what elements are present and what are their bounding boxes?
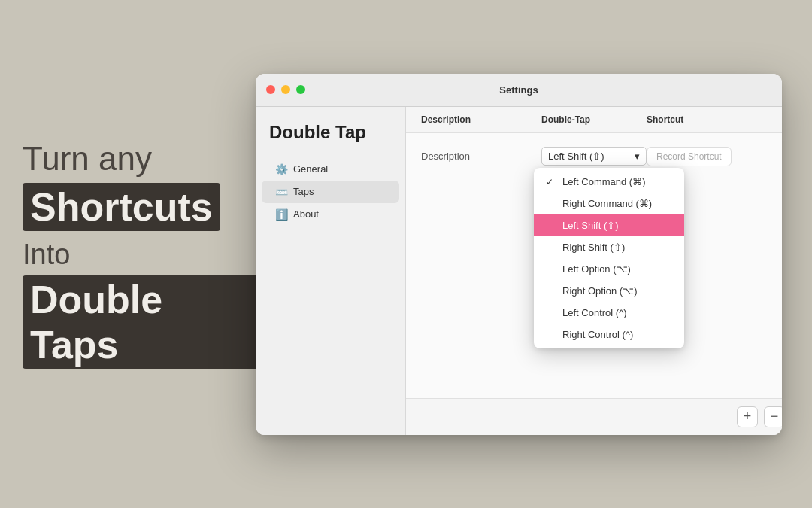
dropdown-menu: ✓ Left Command (⌘) Right Command (⌘) Lef…	[534, 168, 684, 348]
table-row: Description Left Shift (⇧) ▾ ✓ Left Comm…	[421, 141, 782, 172]
record-shortcut-button[interactable]: Record Shortcut	[647, 147, 732, 166]
marketing-turn-any: Turn any	[23, 139, 263, 179]
dropdown-item-label: Right Option (⌥)	[562, 285, 638, 297]
dropdown-item-label: Left Option (⌥)	[562, 263, 631, 275]
app-title: Double Tap	[256, 122, 405, 143]
table-area: Description Left Shift (⇧) ▾ ✓ Left Comm…	[406, 133, 782, 398]
col-header-shortcut: Shortcut	[647, 114, 782, 125]
window-title: Settings	[499, 84, 538, 96]
sidebar-item-taps[interactable]: ⌨️ Taps	[262, 181, 399, 203]
row-description: Description	[421, 151, 541, 162]
dropdown-item-left-shift[interactable]: Left Shift (⇧)	[534, 214, 684, 236]
remove-row-button[interactable]: −	[764, 406, 782, 427]
dropdown-item-label: Right Control (^)	[562, 329, 633, 340]
sidebar-item-general[interactable]: ⚙️ General	[262, 158, 399, 181]
shortcut-cell: Record Shortcut	[647, 147, 782, 166]
dropdown-item-left-option[interactable]: Left Option (⌥)	[534, 258, 684, 280]
maximize-button[interactable]	[296, 85, 305, 94]
marketing-shortcuts: Shortcuts	[23, 183, 220, 231]
dropdown-item-right-command[interactable]: Right Command (⌘)	[534, 193, 684, 214]
chevron-down-icon: ▾	[635, 151, 640, 162]
traffic-lights	[266, 85, 305, 94]
marketing-section: Turn any Shortcuts Into Double Taps	[23, 139, 263, 370]
minus-icon: −	[771, 409, 779, 424]
keyboard-icon: ⌨️	[275, 186, 287, 198]
main-content: Description Double-Tap Shortcut Descript…	[406, 107, 782, 435]
sidebar-label-general: General	[293, 163, 328, 175]
dropdown-item-left-control[interactable]: Left Control (^)	[534, 302, 684, 324]
dropdown-selected-value: Left Shift (⇧)	[548, 151, 604, 162]
dropdown-item-left-command[interactable]: ✓ Left Command (⌘)	[534, 171, 684, 193]
col-header-description: Description	[421, 114, 541, 125]
table-header: Description Double-Tap Shortcut	[406, 107, 782, 133]
marketing-double-taps: Double Taps	[23, 275, 263, 369]
dropdown-item-label: Right Command (⌘)	[562, 198, 652, 209]
sidebar-label-about: About	[293, 208, 319, 220]
plus-icon: +	[744, 409, 752, 424]
info-icon: ℹ️	[275, 208, 287, 221]
col-header-double-tap: Double-Tap	[541, 114, 647, 125]
dropdown-item-label: Left Command (⌘)	[562, 176, 646, 187]
sidebar-item-about[interactable]: ℹ️ About	[262, 203, 399, 226]
titlebar: Settings	[256, 74, 782, 107]
double-tap-dropdown[interactable]: Left Shift (⇧) ▾	[541, 147, 647, 166]
dropdown-item-right-control[interactable]: Right Control (^)	[534, 324, 684, 345]
bottom-toolbar: + −	[406, 398, 782, 435]
record-shortcut-label: Record Shortcut	[656, 151, 722, 162]
sidebar: Double Tap ⚙️ General ⌨️ Taps ℹ️ About	[256, 107, 406, 435]
minimize-button[interactable]	[281, 85, 290, 94]
add-row-button[interactable]: +	[737, 406, 758, 427]
dropdown-item-label: Right Shift (⇧)	[562, 242, 625, 253]
marketing-into: Into	[23, 239, 263, 271]
dropdown-item-right-option[interactable]: Right Option (⌥)	[534, 280, 684, 302]
dropdown-item-right-shift[interactable]: Right Shift (⇧)	[534, 236, 684, 258]
settings-window: Settings Double Tap ⚙️ General ⌨️ Taps ℹ…	[256, 74, 782, 435]
dropdown-item-label: Left Shift (⇧)	[562, 220, 619, 231]
checkmark-icon: ✓	[546, 177, 556, 187]
sidebar-label-taps: Taps	[293, 186, 314, 197]
close-button[interactable]	[266, 85, 275, 94]
dropdown-item-label: Left Control (^)	[562, 307, 627, 318]
window-body: Double Tap ⚙️ General ⌨️ Taps ℹ️ About D…	[256, 107, 782, 435]
gear-icon: ⚙️	[275, 163, 287, 175]
double-tap-cell: Left Shift (⇧) ▾ ✓ Left Command (⌘)	[541, 147, 647, 166]
